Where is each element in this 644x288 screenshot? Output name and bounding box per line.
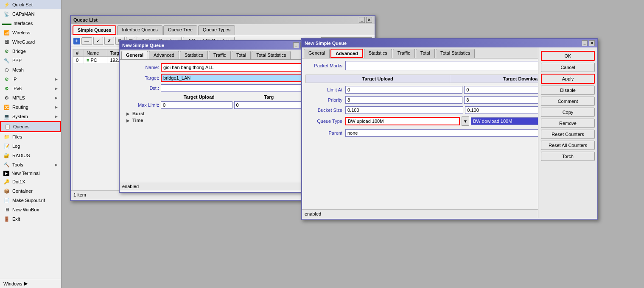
- new-queue-2-titlebar[interactable]: New Simple Queue _ ✕: [302, 39, 597, 47]
- nq2-tab-advanced[interactable]: Advanced: [330, 49, 363, 58]
- sidebar-label-ppp: PPP: [12, 58, 58, 63]
- sidebar-item-interfaces[interactable]: ▬▬ Interfaces: [0, 19, 61, 28]
- ok-button[interactable]: OK: [541, 51, 595, 61]
- new-queue-window-2: New Simple Queue _ ✕ General Advanced St…: [301, 38, 598, 220]
- sidebar-label-interfaces: Interfaces: [12, 21, 58, 26]
- nq1-burst-label: Burst: [132, 111, 145, 116]
- sidebar-item-wireless[interactable]: 📶 Wireless: [0, 28, 61, 37]
- copy-button[interactable]: Copy: [541, 108, 595, 117]
- nq2-limit-at-upload[interactable]: [345, 86, 462, 94]
- remove-queue-btn[interactable]: —: [81, 37, 92, 45]
- nq2-bucket-upload[interactable]: [345, 106, 463, 114]
- nq1-maxlimit-upload[interactable]: [161, 101, 232, 109]
- nq1-target-input[interactable]: [161, 74, 305, 82]
- sidebar-item-mpls[interactable]: ⚙ MPLS ▶: [0, 93, 61, 102]
- queues-icon: 📋: [4, 123, 11, 130]
- sidebar-item-ppp[interactable]: 🔧 PPP: [0, 56, 61, 65]
- sidebar-item-new-terminal[interactable]: ▶ New Terminal: [0, 169, 61, 177]
- nq2-queue-type-upload[interactable]: [345, 117, 460, 125]
- sidebar-item-system[interactable]: 💻 System ▶: [0, 112, 61, 121]
- sidebar-item-ipv6[interactable]: ⚙ IPv6 ▶: [0, 84, 61, 93]
- nq2-tab-general[interactable]: General: [304, 49, 330, 58]
- nq1-name-input[interactable]: [161, 63, 305, 72]
- nq1-tab-total-statistics[interactable]: Total Statistics: [252, 51, 291, 59]
- sidebar-label-radius: RADIUS: [12, 153, 58, 158]
- sidebar-item-capsman[interactable]: 📡 CAPsMAN: [0, 9, 61, 19]
- disable-button[interactable]: Disable: [541, 86, 595, 95]
- sidebar-label-new-winbox: New WinBox: [12, 207, 58, 212]
- nq2-status: enabled: [302, 209, 538, 218]
- nq2-status-text: enabled: [305, 211, 321, 216]
- apply-button[interactable]: Apply: [541, 74, 595, 84]
- nq2-queue-type-upload-dropdown[interactable]: ▼: [462, 116, 469, 126]
- nq1-download-header: Targ: [236, 94, 302, 100]
- nq2-tab-statistics[interactable]: Statistics: [364, 49, 392, 58]
- nq1-col-headers: Target Upload Targ: [126, 94, 302, 100]
- nq2-tab-total-statistics[interactable]: Total Statistics: [436, 49, 475, 58]
- nq1-upload-header: Target Upload: [166, 94, 232, 100]
- nq2-tab-traffic[interactable]: Traffic: [393, 49, 415, 58]
- new-queue-1-titlebar[interactable]: New Simple Queue _ ✕: [120, 41, 309, 50]
- queue-list-title: Queue List: [73, 17, 359, 22]
- remove-button[interactable]: Remove: [541, 119, 595, 128]
- sidebar-label-ipv6: IPv6: [12, 86, 53, 91]
- sidebar-item-wireguard[interactable]: ⛓ WireGuard: [0, 37, 61, 47]
- nq2-priority-upload[interactable]: [345, 96, 462, 104]
- sidebar-item-container[interactable]: 📦 Container: [0, 186, 61, 196]
- nq2-tab-total[interactable]: Total: [416, 49, 435, 58]
- nq1-tab-advanced[interactable]: Advanced: [149, 51, 179, 59]
- cell-num: 0: [73, 57, 84, 64]
- sidebar-item-tools[interactable]: 🔨 Tools ▶: [0, 160, 61, 169]
- sidebar-item-exit[interactable]: 🚪 Exit: [0, 214, 61, 224]
- sidebar-item-log[interactable]: 📝 Log: [0, 141, 61, 151]
- queue-list-minimize-btn[interactable]: _: [359, 17, 365, 23]
- nq2-close-btn[interactable]: ✕: [589, 40, 595, 46]
- sidebar-item-radius[interactable]: 🔐 RADIUS: [0, 151, 61, 160]
- sidebar-label-capsman: CAPsMAN: [12, 11, 58, 17]
- nq1-tab-statistics[interactable]: Statistics: [180, 51, 208, 59]
- reset-counters-button[interactable]: Reset Counters: [541, 130, 595, 139]
- sidebar-item-new-winbox[interactable]: 🖥 New WinBox: [0, 205, 61, 214]
- queue-list-close-btn[interactable]: ✕: [366, 17, 372, 23]
- tab-simple-queues[interactable]: Simple Queues: [73, 25, 116, 35]
- nq1-target-row: Target:: [123, 74, 305, 82]
- torch-button[interactable]: Torch: [541, 152, 595, 161]
- sidebar-item-quick-set[interactable]: ⚡ Quick Set: [0, 0, 61, 9]
- nq1-name-row: Name:: [123, 63, 305, 72]
- nq1-minimize-btn[interactable]: _: [293, 42, 299, 48]
- tools-arrow: ▶: [55, 163, 58, 167]
- sidebar-item-files[interactable]: 📁 Files: [0, 132, 61, 141]
- comment-button[interactable]: Comment: [541, 97, 595, 106]
- sidebar-item-bridge[interactable]: ⚙ Bridge: [0, 47, 61, 56]
- nq1-tab-total[interactable]: Total: [232, 51, 251, 59]
- windows-label: Windows: [3, 281, 22, 286]
- tab-interface-queues[interactable]: Interface Queues: [117, 25, 162, 35]
- add-queue-btn[interactable]: +: [73, 38, 80, 44]
- mpls-arrow: ▶: [55, 96, 58, 100]
- queue-list-titlebar[interactable]: Queue List _ ✕: [71, 16, 375, 24]
- new-queue-1-title: New Simple Queue: [122, 43, 293, 48]
- nq1-maxlimit-download[interactable]: [234, 101, 306, 109]
- sidebar-item-ip[interactable]: ⚙ IP ▶: [0, 75, 61, 84]
- cancel-button[interactable]: Cancel: [541, 63, 595, 72]
- time-arrow-icon: ▶: [126, 118, 130, 123]
- sidebar-item-routing[interactable]: 🔀 Routing ▶: [0, 102, 61, 112]
- nq1-dst-input[interactable]: [161, 84, 305, 92]
- windows-section[interactable]: Windows ▶: [0, 279, 61, 288]
- burst-arrow-icon: ▶: [126, 111, 130, 116]
- enable-queue-btn[interactable]: ✓: [93, 37, 103, 45]
- nq1-tab-traffic[interactable]: Traffic: [209, 51, 231, 59]
- sidebar-label-ip: IP: [12, 77, 53, 82]
- tab-queue-tree[interactable]: Queue Tree: [163, 25, 197, 35]
- disable-queue-btn[interactable]: ✗: [104, 37, 114, 45]
- tab-queue-types[interactable]: Queue Types: [198, 25, 235, 35]
- sidebar-item-mesh[interactable]: ⬡ Mesh: [0, 65, 61, 75]
- sidebar-label-mpls: MPLS: [12, 95, 53, 100]
- nq2-minimize-btn[interactable]: _: [582, 40, 588, 46]
- reset-all-counters-button[interactable]: Reset All Counters: [541, 141, 595, 150]
- sidebar-item-make-supout[interactable]: 📄 Make Supout.rif: [0, 196, 61, 205]
- sidebar-item-dot1x[interactable]: 🔑 Dot1X: [0, 177, 61, 186]
- sidebar-item-queues[interactable]: 📋 Queues: [0, 121, 61, 132]
- nq1-tab-general[interactable]: General: [121, 51, 148, 59]
- system-icon: 💻: [3, 113, 10, 120]
